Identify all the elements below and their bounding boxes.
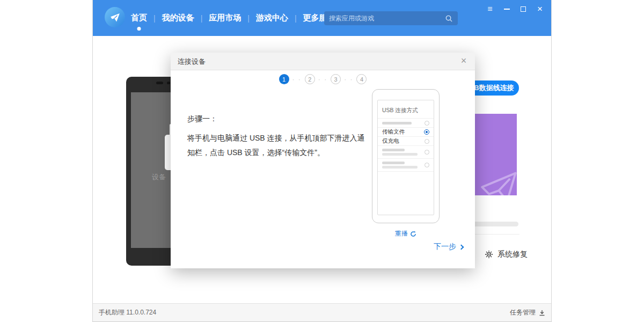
radio-icon [425,121,429,126]
app-version: 手机助理 11.0.0.724 [99,308,156,317]
search-box[interactable] [324,11,458,25]
radio-selected-icon [424,129,429,135]
next-step-label: 下一步 [434,242,456,252]
system-repair-button[interactable]: 系统修复 [485,250,528,259]
paper-plane-outline-icon [479,169,517,195]
demo-phone-illustration: USB 连接方式 传输文件 仅充电 [372,89,440,223]
minimize-icon[interactable] [502,5,511,13]
gear-icon [485,250,493,259]
dialog-header: 连接设备 × [171,53,475,70]
step-2: 2 [305,74,315,84]
next-step-button[interactable]: 下一步 [434,242,463,252]
demo-phone-screen: USB 连接方式 传输文件 仅充电 [377,100,434,215]
step-3: 3 [331,74,341,84]
top-navbar: 首页 | 我的设备 | 应用市场 | 游戏中心 | 更多服务 | ≡ × [93,0,551,36]
download-icon [539,310,545,316]
usb-option-charge-row: 仅充电 [378,136,434,145]
step-indicator: 1 · · 2 · · 3 · · 4 [171,74,475,84]
nav-separator: | [201,14,203,23]
phone-camera [167,82,170,84]
nav-item-my-device[interactable]: 我的设备 [160,13,196,23]
usb-option-transfer-row: 传输文件 [378,127,434,136]
step-instructions: 将手机与电脑通过 USB 连接，从手机顶部下滑进入通知栏，点击 USB 设置，选… [187,131,370,160]
usb-option-row [378,158,434,171]
nav-item-app-market[interactable]: 应用市场 [207,13,243,23]
usb-option-row [378,118,434,127]
status-bar: 手机助理 11.0.0.724 任务管理 [93,303,551,321]
nav-separator: | [295,14,297,23]
window-controls: ≡ × [486,4,544,14]
task-manager-label: 任务管理 [510,308,536,317]
main-content: 设备 USB数据线连接 系统修复 连接设备 × [93,36,551,303]
task-manager-button[interactable]: 任务管理 [510,308,545,317]
search-input[interactable] [329,14,445,22]
step-dots: · · [292,77,302,82]
usb-option-row [378,145,434,158]
placeholder-bar [382,149,405,151]
nav-separator: | [247,14,250,23]
radio-icon [425,150,429,155]
nav-item-home[interactable]: 首页 [129,13,149,23]
option-charge-label: 仅充电 [382,137,399,145]
paper-plane-icon [109,12,121,23]
nav-item-game-center[interactable]: 游戏中心 [254,13,290,23]
step-dots: · · [318,77,327,82]
dialog-close-icon[interactable]: × [456,53,472,70]
device-screen-label: 设备 [152,172,166,182]
connect-device-dialog: 连接设备 × 1 · · 2 · · 3 · · 4 步骤一： 将手机与电脑通过… [171,53,475,268]
step-heading: 步骤一： [187,114,217,124]
replay-label: 重播 [395,229,408,238]
dialog-title: 连接设备 [171,53,475,70]
radio-icon [425,163,429,167]
main-nav: 首页 | 我的设备 | 应用市场 | 游戏中心 | 更多服务 | [129,0,348,36]
empty-area [378,171,434,215]
placeholder-bar [382,166,418,169]
placeholder-bar [382,153,418,156]
app-window: 首页 | 我的设备 | 应用市场 | 游戏中心 | 更多服务 | ≡ × [92,0,552,322]
placeholder-bar [382,122,412,125]
phone-speaker [156,82,163,84]
nav-separator: | [153,14,156,23]
step-4: 4 [356,74,367,84]
close-icon[interactable]: × [536,5,544,13]
search-icon [445,14,453,23]
system-repair-label: 系统修复 [497,250,528,259]
option-transfer-label: 传输文件 [382,128,405,136]
maximize-icon[interactable] [519,5,528,13]
app-logo [105,7,125,27]
step-1: 1 [279,74,289,84]
menu-icon[interactable]: ≡ [486,5,494,13]
placeholder-bar [382,162,405,164]
step-dots: · · [344,77,353,82]
replay-button[interactable]: 重播 [372,229,440,238]
refresh-icon [410,231,416,237]
usb-mode-title: USB 连接方式 [378,100,434,118]
chevron-right-icon [459,245,464,250]
radio-icon [425,139,429,144]
